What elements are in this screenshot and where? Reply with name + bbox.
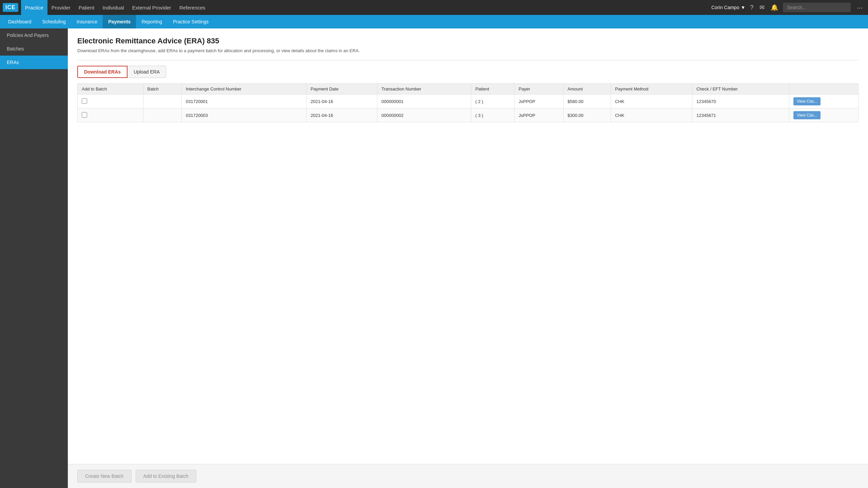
cell-action-1: View Clai... [789,108,858,122]
page-description: Download ERAs from the clearinghouse, ad… [77,48,859,53]
cell-payment-date-1: 2021-04-16 [307,108,377,122]
row-checkbox-0[interactable] [82,98,87,104]
dropdown-arrow-icon: ▼ [741,5,745,10]
tab-upload-era[interactable]: Upload ERA [127,66,166,78]
divider [77,60,859,60]
cell-payment-date-0: 2021-04-16 [307,95,377,108]
row-checkbox-1[interactable] [82,112,87,118]
cell-amount-0: $580.00 [563,95,611,108]
cell-interchange-1: 031720003 [182,108,307,122]
cell-checkbox-1 [78,108,143,122]
user-menu[interactable]: Corin Campo ▼ [711,5,745,10]
create-new-batch-button[interactable]: Create New Batch [77,470,132,483]
nav-practice-settings[interactable]: Practice Settings [167,15,214,28]
help-icon[interactable]: ? [749,3,755,13]
col-payment-method: Payment Method [611,84,692,95]
more-options-icon[interactable]: ··· [854,2,865,13]
user-name-text: Corin Campo [711,5,739,10]
nav-insurance[interactable]: Insurance [71,15,103,28]
cell-batch-0 [143,95,181,108]
cell-action-0: View Clai... [789,95,858,108]
mail-icon[interactable]: ✉ [758,2,766,13]
nav-individual[interactable]: Individual [98,0,128,15]
tab-download-eras[interactable]: Download ERAs [77,66,127,78]
cell-check-eft-0: 12345670 [692,95,789,108]
cell-checkbox-0 [78,95,143,108]
bell-icon[interactable]: 🔔 [769,2,780,13]
nav-reporting[interactable]: Reporting [136,15,167,28]
col-payer: Payer [514,84,563,95]
second-nav-bar: Dashboard Scheduling Insurance Payments … [0,15,868,28]
sidebar: Policies And Payers Batches ERAs [0,28,68,488]
nav-scheduling[interactable]: Scheduling [37,15,71,28]
view-claim-button-1[interactable]: View Clai... [793,111,821,119]
bottom-bar: Create New Batch Add to Existing Batch [68,464,868,488]
search-input[interactable] [783,3,851,12]
page-title: Electronic Remittance Advice (ERA) 835 [77,37,859,45]
col-patient: Patient [471,84,514,95]
cell-payment-method-0: CHK [611,95,692,108]
sidebar-item-batches[interactable]: Batches [0,42,68,56]
col-batch: Batch [143,84,181,95]
cell-patient-0: ( 2 ) [471,95,514,108]
sidebar-item-eras[interactable]: ERAs [0,56,68,69]
col-transaction-number: Transaction Number [377,84,471,95]
nav-patient[interactable]: Patient [75,0,99,15]
sidebar-item-policies-and-payers[interactable]: Policies And Payers [0,28,68,42]
table-row: 031720003 2021-04-16 000000002 ( 3 ) JsP… [78,108,859,122]
view-claim-button-0[interactable]: View Clai... [793,97,821,105]
add-to-existing-batch-button[interactable]: Add to Existing Batch [136,470,196,483]
cell-payer-1: JsPPOP [514,108,563,122]
cell-transaction-0: 000000001 [377,95,471,108]
cell-payer-0: JsPPOP [514,95,563,108]
main-layout: Policies And Payers Batches ERAs Electro… [0,28,868,488]
logo-text: ICE [3,3,18,12]
table-body: 031720001 2021-04-16 000000001 ( 2 ) JsP… [78,95,859,122]
table-header: Add to Batch Batch Interchange Control N… [78,84,859,95]
tab-bar: Download ERAs Upload ERA [77,66,859,78]
nav-references[interactable]: References [175,0,210,15]
cell-amount-1: $300.00 [563,108,611,122]
table-row: 031720001 2021-04-16 000000001 ( 2 ) JsP… [78,95,859,108]
cell-batch-1 [143,108,181,122]
col-check-eft-number: Check / EFT Number [692,84,789,95]
top-nav-bar: ICE Practice Provider Patient Individual… [0,0,868,15]
col-amount: Amount [563,84,611,95]
logo: ICE [3,3,18,12]
cell-payment-method-1: CHK [611,108,692,122]
cell-patient-1: ( 3 ) [471,108,514,122]
nav-payments[interactable]: Payments [103,15,136,28]
nav-external-provider[interactable]: External Provider [128,0,175,15]
era-table: Add to Batch Batch Interchange Control N… [77,83,859,122]
nav-dashboard[interactable]: Dashboard [3,15,37,28]
col-interchange-control-number: Interchange Control Number [182,84,307,95]
cell-check-eft-1: 12345671 [692,108,789,122]
col-actions [789,84,858,95]
cell-transaction-1: 000000002 [377,108,471,122]
nav-practice[interactable]: Practice [21,0,47,15]
main-content: Electronic Remittance Advice (ERA) 835 D… [68,28,868,464]
cell-interchange-0: 031720001 [182,95,307,108]
col-add-to-batch: Add to Batch [78,84,143,95]
col-payment-date: Payment Date [307,84,377,95]
content-wrapper: Electronic Remittance Advice (ERA) 835 D… [68,28,868,488]
top-nav-right: Corin Campo ▼ ? ✉ 🔔 ··· [711,2,865,13]
nav-provider[interactable]: Provider [47,0,75,15]
top-nav-links: Practice Provider Patient Individual Ext… [21,0,711,15]
